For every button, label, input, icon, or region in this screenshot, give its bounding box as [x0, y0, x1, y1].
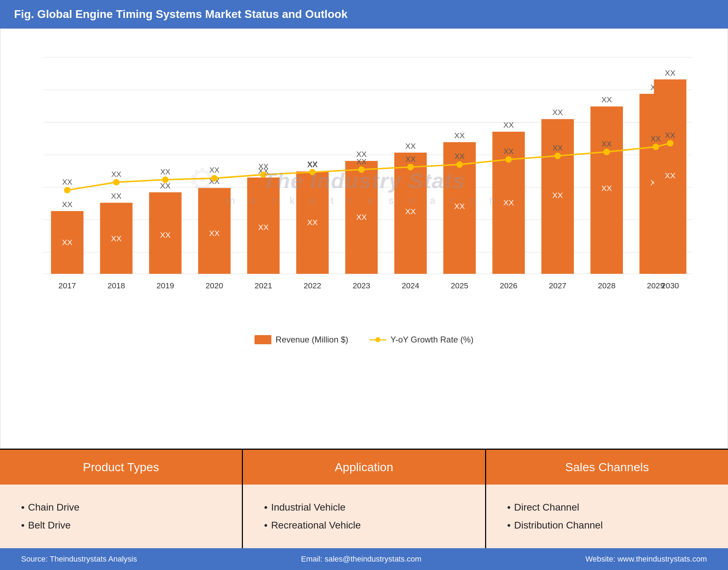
- svg-text:XX: XX: [62, 200, 72, 209]
- svg-text:2023: 2023: [353, 281, 370, 290]
- svg-text:XX: XX: [111, 234, 122, 243]
- footer-source: Source: Theindustrystats Analysis: [21, 555, 137, 564]
- svg-text:XX: XX: [405, 155, 415, 164]
- svg-text:XX: XX: [209, 229, 220, 238]
- product-types-body: Chain Drive Belt Drive: [0, 485, 242, 548]
- legend-revenue-icon: [255, 335, 271, 344]
- line-dot-2026: [505, 156, 512, 162]
- line-dot-2020: [211, 175, 218, 181]
- svg-text:XX: XX: [258, 223, 269, 232]
- chart-legend: Revenue (Million $) Y-oY Growth Rate (%): [21, 335, 707, 345]
- svg-text:2027: 2027: [549, 281, 566, 290]
- svg-text:2024: 2024: [402, 281, 419, 290]
- application-list: Industrial Vehicle Recreational Vehicle: [264, 499, 464, 534]
- page-wrapper: Fig. Global Engine Timing Systems Market…: [0, 0, 728, 570]
- svg-text:XX: XX: [160, 231, 170, 239]
- list-item: Distribution Channel: [507, 517, 707, 534]
- svg-text:XX: XX: [503, 147, 514, 156]
- svg-text:2019: 2019: [156, 281, 174, 290]
- sales-channels-body: Direct Channel Distribution Channel: [486, 485, 728, 548]
- svg-text:XX: XX: [651, 135, 661, 143]
- svg-text:XX: XX: [665, 69, 675, 77]
- svg-text:XX: XX: [454, 202, 465, 211]
- chart-container: ⚙ The Industry Stats m a r k e t r e s e…: [21, 43, 707, 331]
- svg-text:2020: 2020: [206, 281, 223, 290]
- svg-text:XX: XX: [160, 168, 170, 176]
- svg-text:XX: XX: [552, 108, 563, 117]
- svg-text:XX: XX: [601, 140, 612, 148]
- product-types-header: Product Types: [0, 450, 242, 485]
- bar-chart-svg: XX XX 2017 XX XX 2018 XX XX 2019 XX XX 2…: [21, 43, 707, 317]
- svg-text:XX: XX: [665, 131, 675, 140]
- chart-title: Fig. Global Engine Timing Systems Market…: [14, 8, 348, 20]
- svg-text:2028: 2028: [598, 281, 616, 290]
- legend-growth: Y-oY Growth Rate (%): [369, 335, 473, 345]
- svg-text:XX: XX: [356, 213, 367, 222]
- line-dot-2024: [407, 164, 414, 170]
- svg-text:2021: 2021: [255, 281, 272, 290]
- legend-revenue-label: Revenue (Million $): [276, 335, 348, 345]
- line-dot-2019: [162, 177, 168, 183]
- svg-text:2017: 2017: [58, 281, 76, 290]
- legend-growth-icon: [369, 335, 386, 344]
- legend-revenue: Revenue (Million $): [255, 335, 348, 345]
- line-dot-2018: [113, 179, 120, 185]
- footer-email: Email: sales@theindustrystats.com: [301, 555, 421, 564]
- svg-text:XX: XX: [455, 153, 465, 161]
- list-item: Industrial Vehicle: [264, 499, 464, 516]
- line-dot-2027: [554, 153, 561, 159]
- svg-text:XX: XX: [601, 184, 612, 193]
- svg-text:XX: XX: [454, 131, 465, 140]
- svg-text:2022: 2022: [304, 281, 321, 290]
- line-dot-2021: [260, 171, 266, 178]
- application-header: Application: [243, 450, 485, 485]
- svg-text:XX: XX: [405, 142, 416, 150]
- legend-growth-label: Y-oY Growth Rate (%): [391, 335, 473, 345]
- category-application: Application Industrial Vehicle Recreatio…: [242, 450, 485, 548]
- line-dot-2029: [652, 143, 659, 150]
- svg-text:XX: XX: [62, 178, 72, 186]
- svg-text:XX: XX: [62, 238, 72, 247]
- svg-text:XX: XX: [111, 192, 122, 200]
- svg-text:XX: XX: [601, 95, 612, 104]
- legend-dot: [375, 337, 380, 342]
- svg-text:2018: 2018: [108, 281, 125, 290]
- svg-text:XX: XX: [503, 198, 514, 207]
- svg-text:XX: XX: [405, 207, 416, 216]
- line-dot-2017: [64, 187, 70, 193]
- svg-text:XX: XX: [553, 144, 563, 152]
- svg-text:XX: XX: [552, 191, 563, 200]
- svg-text:XX: XX: [665, 171, 675, 180]
- category-sales-channels: Sales Channels Direct Channel Distributi…: [485, 450, 728, 548]
- svg-text:XX: XX: [258, 162, 269, 171]
- chart-header: Fig. Global Engine Timing Systems Market…: [0, 0, 728, 28]
- svg-text:XX: XX: [356, 158, 367, 166]
- category-product-types: Product Types Chain Drive Belt Drive: [0, 450, 242, 548]
- svg-text:XX: XX: [307, 160, 317, 168]
- product-types-list: Chain Drive Belt Drive: [21, 499, 221, 534]
- application-body: Industrial Vehicle Recreational Vehicle: [243, 485, 485, 548]
- sales-channels-list: Direct Channel Distribution Channel: [507, 499, 707, 534]
- svg-text:2026: 2026: [500, 281, 517, 290]
- list-item: Direct Channel: [507, 499, 707, 516]
- line-dot-2023: [358, 166, 365, 173]
- svg-text:2025: 2025: [451, 281, 468, 290]
- svg-text:XX: XX: [307, 218, 318, 227]
- line-dot-2030: [667, 140, 673, 146]
- sales-channels-header: Sales Channels: [486, 450, 728, 485]
- footer-website: Website: www.theindustrystats.com: [585, 555, 707, 564]
- line-dot-2022: [309, 169, 316, 175]
- line-dot-2028: [604, 149, 610, 155]
- categories-section: Product Types Chain Drive Belt Drive App…: [0, 449, 728, 548]
- svg-text:XX: XX: [111, 170, 121, 179]
- svg-text:2030: 2030: [661, 281, 679, 290]
- footer: Source: Theindustrystats Analysis Email:…: [0, 548, 728, 570]
- list-item: Chain Drive: [21, 499, 221, 516]
- chart-area: ⚙ The Industry Stats m a r k e t r e s e…: [0, 28, 728, 449]
- line-dot-2025: [456, 161, 463, 168]
- svg-text:XX: XX: [209, 166, 219, 174]
- list-item: Belt Drive: [21, 517, 221, 534]
- list-item: Recreational Vehicle: [264, 517, 464, 534]
- svg-text:XX: XX: [503, 121, 514, 129]
